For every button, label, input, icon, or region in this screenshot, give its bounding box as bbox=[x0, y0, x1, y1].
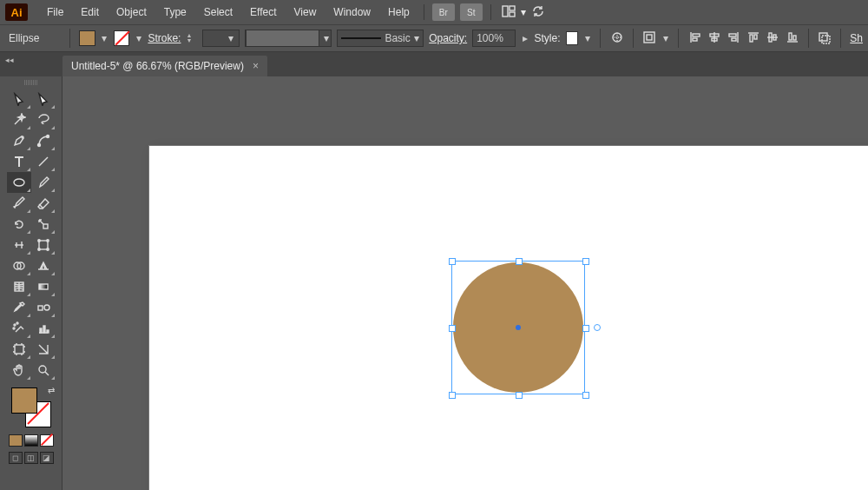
symbol-sprayer-tool[interactable] bbox=[7, 318, 31, 339]
opacity-label[interactable]: Opacity: bbox=[429, 32, 467, 44]
perspective-grid-tool[interactable] bbox=[31, 255, 56, 276]
fill-colorwell[interactable] bbox=[11, 387, 37, 414]
color-mode-solid[interactable] bbox=[9, 434, 23, 447]
selection-handle[interactable] bbox=[582, 258, 589, 265]
curvature-tool[interactable] bbox=[31, 130, 56, 151]
slice-tool[interactable] bbox=[31, 339, 56, 360]
menu-select[interactable]: Select bbox=[195, 0, 241, 24]
toolpanel-collapse-icon[interactable]: ◂◂ bbox=[5, 56, 14, 64]
ellipse-tool[interactable] bbox=[7, 172, 31, 193]
transform-icon[interactable] bbox=[818, 30, 832, 47]
svg-rect-2 bbox=[510, 12, 515, 17]
eyedropper-tool[interactable] bbox=[7, 297, 31, 318]
menu-object[interactable]: Object bbox=[108, 0, 155, 24]
document-tab-close-icon[interactable]: × bbox=[253, 60, 259, 72]
selection-handle[interactable] bbox=[449, 258, 456, 265]
paintbrush-tool[interactable] bbox=[31, 172, 56, 193]
svg-rect-19 bbox=[822, 36, 830, 43]
menu-window[interactable]: Window bbox=[325, 0, 379, 24]
selection-handle[interactable] bbox=[449, 325, 456, 332]
stroke-swatch-none[interactable] bbox=[114, 30, 129, 46]
lasso-tool[interactable] bbox=[31, 109, 56, 130]
stock-button[interactable]: St bbox=[460, 3, 483, 21]
sync-settings-icon[interactable] bbox=[531, 4, 545, 21]
selection-handle[interactable] bbox=[582, 392, 589, 399]
artboard[interactable] bbox=[149, 146, 868, 490]
menu-view[interactable]: View bbox=[286, 0, 326, 24]
zoom-tool[interactable] bbox=[31, 360, 56, 381]
graphic-style-dropdown[interactable]: ▾ bbox=[583, 32, 591, 44]
menu-type[interactable]: Type bbox=[155, 0, 195, 24]
graphic-style-swatch[interactable] bbox=[566, 31, 579, 45]
selection-handle[interactable] bbox=[449, 392, 456, 399]
menu-help[interactable]: Help bbox=[379, 0, 418, 24]
column-graph-tool[interactable] bbox=[31, 318, 56, 339]
blend-tool[interactable] bbox=[31, 297, 56, 318]
bridge-button[interactable]: Br bbox=[432, 3, 455, 21]
menu-effect[interactable]: Effect bbox=[241, 0, 285, 24]
align-left-icon[interactable] bbox=[687, 30, 701, 47]
draw-mode-behind[interactable]: ◫ bbox=[24, 452, 38, 464]
svg-rect-24 bbox=[43, 224, 48, 228]
direct-selection-tool[interactable] bbox=[31, 89, 56, 109]
scale-tool[interactable] bbox=[31, 214, 56, 235]
panel-grip[interactable] bbox=[6, 80, 56, 85]
opacity-combo[interactable]: 100% bbox=[472, 30, 516, 47]
selection-handle[interactable] bbox=[582, 325, 589, 332]
selection-handle[interactable] bbox=[516, 392, 523, 399]
live-shape-widget[interactable] bbox=[594, 324, 601, 331]
pencil-tool[interactable] bbox=[7, 193, 31, 214]
recolor-artwork-icon[interactable] bbox=[609, 30, 623, 47]
align-vcenter-icon[interactable] bbox=[766, 30, 779, 47]
rotate-tool[interactable] bbox=[7, 214, 31, 235]
selection-type-label: Ellipse bbox=[5, 32, 61, 44]
shape-builder-tool[interactable] bbox=[7, 255, 31, 276]
svg-rect-25 bbox=[39, 241, 48, 249]
line-segment-tool[interactable] bbox=[31, 151, 56, 172]
align-to-dropdown[interactable]: ▾ bbox=[661, 32, 669, 44]
align-hcenter-icon[interactable] bbox=[707, 30, 721, 47]
app-logo[interactable]: Ai bbox=[5, 3, 28, 21]
selection-handle[interactable] bbox=[516, 258, 523, 265]
document-tab[interactable]: Untitled-5* @ 66.67% (RGB/Preview) × bbox=[62, 56, 267, 76]
eraser-tool[interactable] bbox=[31, 193, 56, 214]
artboard-tool[interactable] bbox=[7, 339, 31, 360]
align-to-selection-icon[interactable] bbox=[642, 30, 656, 47]
align-bottom-icon[interactable] bbox=[786, 30, 799, 47]
stroke-weight-stepper[interactable]: ▲▼ bbox=[186, 30, 197, 46]
magic-wand-tool[interactable] bbox=[7, 109, 31, 130]
mesh-tool[interactable] bbox=[7, 276, 31, 297]
shape-properties-link[interactable]: Sh bbox=[850, 32, 863, 44]
type-tool[interactable] bbox=[7, 151, 31, 172]
canvas-area[interactable] bbox=[62, 76, 868, 490]
svg-rect-6 bbox=[693, 34, 700, 36]
brush-definition-combo[interactable]: Basic ▾ bbox=[337, 30, 424, 47]
color-mode-none[interactable] bbox=[40, 434, 54, 447]
align-top-icon[interactable] bbox=[746, 30, 760, 47]
opacity-dropdown[interactable]: ▸ bbox=[521, 32, 529, 44]
gradient-tool[interactable] bbox=[31, 276, 56, 297]
pen-tool[interactable] bbox=[7, 130, 31, 151]
align-right-icon[interactable] bbox=[727, 30, 740, 47]
free-transform-tool[interactable] bbox=[31, 235, 56, 255]
fill-swatch[interactable] bbox=[79, 30, 95, 46]
divider bbox=[424, 4, 424, 20]
stroke-label[interactable]: Stroke: bbox=[148, 32, 181, 44]
menu-file[interactable]: File bbox=[38, 0, 72, 24]
stroke-weight-combo[interactable]: ▾ bbox=[202, 30, 240, 47]
menu-edit[interactable]: Edit bbox=[72, 0, 108, 24]
draw-mode-normal[interactable]: ◻ bbox=[9, 452, 23, 464]
color-mode-gradient[interactable] bbox=[24, 434, 38, 447]
draw-mode-inside[interactable]: ◪ bbox=[40, 452, 54, 464]
fill-stroke-colorwell[interactable]: ⇄ bbox=[11, 387, 51, 427]
fill-dropdown[interactable]: ▾ bbox=[101, 32, 108, 44]
swap-fill-stroke-icon[interactable]: ⇄ bbox=[48, 386, 55, 395]
hand-tool[interactable] bbox=[7, 360, 31, 381]
width-tool[interactable] bbox=[7, 235, 31, 255]
arrange-documents-dropdown[interactable]: ▾ bbox=[521, 6, 526, 18]
selection-tool[interactable] bbox=[7, 89, 31, 109]
variable-width-profile[interactable]: ▾ bbox=[245, 30, 332, 47]
selection-center-point[interactable] bbox=[516, 325, 521, 330]
arrange-documents-icon[interactable] bbox=[502, 4, 516, 21]
stroke-swatch-dropdown[interactable]: ▾ bbox=[135, 32, 142, 44]
